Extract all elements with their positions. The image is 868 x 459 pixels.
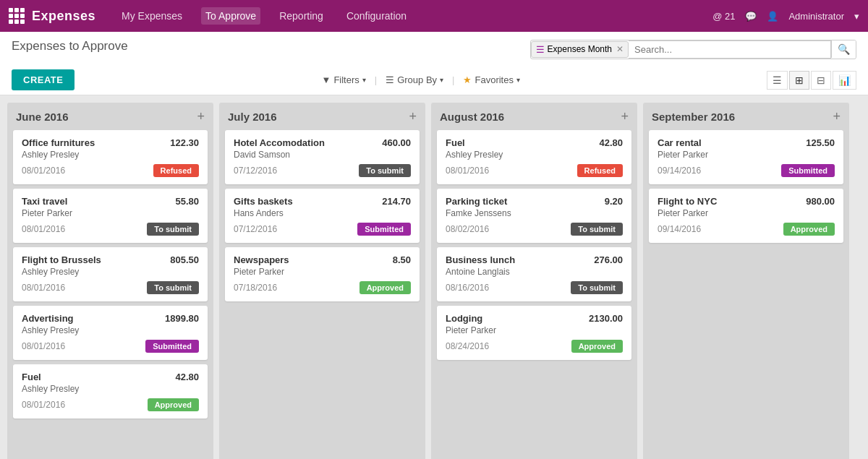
card-badge: Submitted [357,223,411,236]
card-badge: To submit [147,223,199,236]
card-date: 08/01/2016 [22,224,65,234]
search-input[interactable] [629,40,831,59]
card-badge: Approved [359,281,411,294]
card-c2[interactable]: Taxi travel 55.80 Pieter Parker 08/01/20… [13,189,208,243]
card-c1[interactable]: Office furnitures 122.30 Ashley Presley … [13,130,208,184]
sub-header: Expenses to Approve ☰ Expenses Month ✕ 🔍… [0,32,868,95]
app-grid-icon[interactable] [9,8,25,24]
app-title: Expenses [32,9,95,24]
card-badge: Approved [783,223,835,236]
card-header-row: Lodging 2130.00 [446,313,623,324]
create-button[interactable]: CREATE [12,69,75,90]
card-title: Flight to NYC [658,196,717,207]
nav-to-approve[interactable]: To Approve [201,7,260,25]
card-badge: To submit [359,164,411,177]
col-add-button[interactable]: + [197,110,205,123]
kanban-view-button[interactable]: ⊞ [789,71,809,90]
filters-button[interactable]: ▼ Filters ▾ [318,72,370,87]
filters-caret: ▾ [362,76,366,84]
col-add-button[interactable]: + [409,110,417,123]
page-title: Expenses to Approve [12,39,128,53]
create-btn-wrapper: CREATE [12,69,75,90]
card-person: Ashley Presley [22,267,199,277]
card-date: 09/14/2016 [658,224,701,234]
col-add-button[interactable]: + [833,110,841,123]
card-date: 08/01/2016 [22,400,65,410]
nav-configuration[interactable]: Configuration [342,7,411,25]
card-c8[interactable]: Newspapers 8.50 Pieter Parker 07/18/2016… [225,247,420,301]
filter-controls: ▼ Filters ▾ | ☰ Group By ▾ | ★ Favorites… [318,72,524,87]
card-person: Famke Jenssens [446,208,623,218]
card-footer: 08/01/2016 To submit [22,223,199,236]
card-c5[interactable]: Fuel 42.80 Ashley Presley 08/01/2016 App… [13,364,208,419]
card-badge: Refused [577,164,623,177]
card-date: 07/12/2016 [234,224,277,234]
card-header-row: Parking ticket 9.20 [446,196,623,207]
card-title: Fuel [22,372,41,382]
card-header-row: Fuel 42.80 [22,372,199,382]
card-date: 08/24/2016 [446,341,489,351]
card-badge: To submit [147,281,199,294]
card-c10[interactable]: Parking ticket 9.20 Famke Jenssens 08/02… [437,189,631,243]
col-title: August 2016 [440,111,504,123]
card-footer: 07/12/2016 To submit [234,164,411,177]
star-icon: ★ [463,74,472,85]
chart-view-button[interactable]: 📊 [833,71,856,90]
filter-bar: CREATE ▼ Filters ▾ | ☰ Group By ▾ | ★ Fa… [12,65,856,95]
card-c11[interactable]: Business lunch 276.00 Antoine Langlais 0… [437,247,631,301]
group-by-icon: ☰ [386,74,394,85]
card-header-row: Fuel 42.80 [446,137,623,148]
kanban-column-august2016: August 2016 + Fuel 42.80 Ashley Presley … [431,103,637,459]
card-c13[interactable]: Car rental 125.50 Pieter Parker 09/14/20… [649,130,843,184]
card-title: Lodging [446,313,482,324]
card-c14[interactable]: Flight to NYC 980.00 Pieter Parker 09/14… [649,189,843,243]
card-date: 07/12/2016 [234,166,277,176]
card-c9[interactable]: Fuel 42.80 Ashley Presley 08/01/2016 Ref… [437,130,631,184]
card-title: Car rental [658,137,702,148]
search-tag-label: Expenses Month [548,44,612,54]
card-date: 08/01/2016 [22,166,65,176]
search-submit-button[interactable]: 🔍 [831,40,856,58]
filter-icon: ▼ [322,74,331,85]
card-header-row: Car rental 125.50 [658,137,835,148]
messages-icon[interactable]: 💬 [745,11,757,22]
card-date: 08/16/2016 [446,283,489,293]
card-badge: Approved [148,398,199,411]
card-date: 09/14/2016 [658,166,701,176]
favorites-label: Favorites [475,74,513,85]
col-title: September 2016 [652,111,735,123]
notification-count[interactable]: @ 21 [712,11,735,22]
card-date: 08/01/2016 [446,166,489,176]
card-header-row: Hotel Accomodation 460.00 [234,137,411,148]
card-title: Flight to Brussels [22,254,101,265]
filters-label: Filters [333,74,359,85]
search-box: ☰ Expenses Month ✕ 🔍 [530,40,856,59]
user-menu-caret[interactable]: ▾ [854,11,859,22]
card-amount: 2130.00 [589,313,623,324]
card-c12[interactable]: Lodging 2130.00 Pieter Parker 08/24/2016… [437,306,631,360]
card-person: David Samson [234,150,411,160]
col-add-button[interactable]: + [621,110,629,123]
card-amount: 980.00 [806,196,835,207]
user-name[interactable]: Administrator [788,11,844,22]
card-person: Ashley Presley [22,384,199,394]
nav-my-expenses[interactable]: My Expenses [117,7,187,25]
filter-sep1: | [375,74,377,85]
card-header-row: Gifts baskets 214.70 [234,196,411,207]
card-c3[interactable]: Flight to Brussels 805.50 Ashley Presley… [13,247,208,301]
nav-reporting[interactable]: Reporting [275,7,328,25]
card-c7[interactable]: Gifts baskets 214.70 Hans Anders 07/12/2… [225,189,420,243]
group-by-button[interactable]: ☰ Group By ▾ [381,72,448,87]
card-header-row: Taxi travel 55.80 [22,196,199,207]
card-c4[interactable]: Advertising 1899.80 Ashley Presley 08/01… [13,306,208,360]
list-view-button[interactable]: ☰ [767,71,788,90]
card-header-row: Business lunch 276.00 [446,254,623,265]
card-c6[interactable]: Hotel Accomodation 460.00 David Samson 0… [225,130,420,184]
card-badge: Submitted [781,164,835,177]
kanban-board: June 2016 + Office furnitures 122.30 Ash… [0,95,868,459]
favorites-caret: ▾ [516,76,520,84]
card-footer: 08/01/2016 Refused [22,164,199,177]
grid-view-button[interactable]: ⊟ [811,71,831,90]
remove-tag-button[interactable]: ✕ [616,44,624,54]
favorites-button[interactable]: ★ Favorites ▾ [459,72,524,87]
